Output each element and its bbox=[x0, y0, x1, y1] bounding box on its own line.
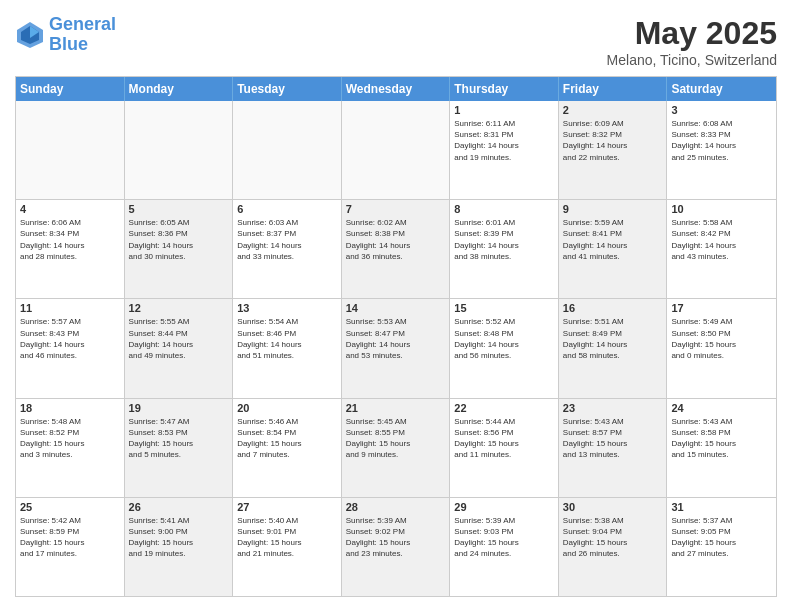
day-cell-6: 6Sunrise: 6:03 AMSunset: 8:37 PMDaylight… bbox=[233, 200, 342, 298]
day-number: 20 bbox=[237, 402, 337, 414]
logo-line2: Blue bbox=[49, 34, 88, 54]
day-cell-21: 21Sunrise: 5:45 AMSunset: 8:55 PMDayligh… bbox=[342, 399, 451, 497]
day-cell-13: 13Sunrise: 5:54 AMSunset: 8:46 PMDayligh… bbox=[233, 299, 342, 397]
day-info: Sunrise: 5:41 AMSunset: 9:00 PMDaylight:… bbox=[129, 515, 229, 560]
day-info: Sunrise: 5:38 AMSunset: 9:04 PMDaylight:… bbox=[563, 515, 663, 560]
day-cell-8: 8Sunrise: 6:01 AMSunset: 8:39 PMDaylight… bbox=[450, 200, 559, 298]
empty-cell bbox=[125, 101, 234, 199]
day-cell-16: 16Sunrise: 5:51 AMSunset: 8:49 PMDayligh… bbox=[559, 299, 668, 397]
day-cell-31: 31Sunrise: 5:37 AMSunset: 9:05 PMDayligh… bbox=[667, 498, 776, 596]
day-header-monday: Monday bbox=[125, 77, 234, 101]
calendar-week-0: 1Sunrise: 6:11 AMSunset: 8:31 PMDaylight… bbox=[16, 101, 776, 199]
day-number: 4 bbox=[20, 203, 120, 215]
page: General Blue May 2025 Melano, Ticino, Sw… bbox=[0, 0, 792, 612]
day-info: Sunrise: 5:40 AMSunset: 9:01 PMDaylight:… bbox=[237, 515, 337, 560]
day-info: Sunrise: 5:53 AMSunset: 8:47 PMDaylight:… bbox=[346, 316, 446, 361]
day-cell-27: 27Sunrise: 5:40 AMSunset: 9:01 PMDayligh… bbox=[233, 498, 342, 596]
day-number: 13 bbox=[237, 302, 337, 314]
day-cell-17: 17Sunrise: 5:49 AMSunset: 8:50 PMDayligh… bbox=[667, 299, 776, 397]
day-number: 8 bbox=[454, 203, 554, 215]
day-info: Sunrise: 6:03 AMSunset: 8:37 PMDaylight:… bbox=[237, 217, 337, 262]
day-cell-3: 3Sunrise: 6:08 AMSunset: 8:33 PMDaylight… bbox=[667, 101, 776, 199]
day-number: 7 bbox=[346, 203, 446, 215]
day-info: Sunrise: 5:48 AMSunset: 8:52 PMDaylight:… bbox=[20, 416, 120, 461]
day-cell-20: 20Sunrise: 5:46 AMSunset: 8:54 PMDayligh… bbox=[233, 399, 342, 497]
location: Melano, Ticino, Switzerland bbox=[607, 52, 777, 68]
day-header-wednesday: Wednesday bbox=[342, 77, 451, 101]
calendar-header: SundayMondayTuesdayWednesdayThursdayFrid… bbox=[16, 77, 776, 101]
day-cell-28: 28Sunrise: 5:39 AMSunset: 9:02 PMDayligh… bbox=[342, 498, 451, 596]
day-number: 15 bbox=[454, 302, 554, 314]
empty-cell bbox=[342, 101, 451, 199]
day-info: Sunrise: 5:52 AMSunset: 8:48 PMDaylight:… bbox=[454, 316, 554, 361]
day-number: 3 bbox=[671, 104, 772, 116]
day-header-friday: Friday bbox=[559, 77, 668, 101]
day-cell-30: 30Sunrise: 5:38 AMSunset: 9:04 PMDayligh… bbox=[559, 498, 668, 596]
day-info: Sunrise: 5:44 AMSunset: 8:56 PMDaylight:… bbox=[454, 416, 554, 461]
day-info: Sunrise: 6:09 AMSunset: 8:32 PMDaylight:… bbox=[563, 118, 663, 163]
day-number: 9 bbox=[563, 203, 663, 215]
header: General Blue May 2025 Melano, Ticino, Sw… bbox=[15, 15, 777, 68]
day-info: Sunrise: 6:11 AMSunset: 8:31 PMDaylight:… bbox=[454, 118, 554, 163]
day-number: 27 bbox=[237, 501, 337, 513]
day-info: Sunrise: 5:43 AMSunset: 8:58 PMDaylight:… bbox=[671, 416, 772, 461]
day-cell-14: 14Sunrise: 5:53 AMSunset: 8:47 PMDayligh… bbox=[342, 299, 451, 397]
day-info: Sunrise: 5:51 AMSunset: 8:49 PMDaylight:… bbox=[563, 316, 663, 361]
day-cell-29: 29Sunrise: 5:39 AMSunset: 9:03 PMDayligh… bbox=[450, 498, 559, 596]
day-cell-10: 10Sunrise: 5:58 AMSunset: 8:42 PMDayligh… bbox=[667, 200, 776, 298]
day-cell-26: 26Sunrise: 5:41 AMSunset: 9:00 PMDayligh… bbox=[125, 498, 234, 596]
logo: General Blue bbox=[15, 15, 116, 55]
day-cell-23: 23Sunrise: 5:43 AMSunset: 8:57 PMDayligh… bbox=[559, 399, 668, 497]
day-info: Sunrise: 5:55 AMSunset: 8:44 PMDaylight:… bbox=[129, 316, 229, 361]
day-info: Sunrise: 6:02 AMSunset: 8:38 PMDaylight:… bbox=[346, 217, 446, 262]
day-number: 23 bbox=[563, 402, 663, 414]
day-number: 5 bbox=[129, 203, 229, 215]
day-number: 22 bbox=[454, 402, 554, 414]
day-info: Sunrise: 5:39 AMSunset: 9:03 PMDaylight:… bbox=[454, 515, 554, 560]
day-info: Sunrise: 5:42 AMSunset: 8:59 PMDaylight:… bbox=[20, 515, 120, 560]
day-number: 19 bbox=[129, 402, 229, 414]
day-info: Sunrise: 5:46 AMSunset: 8:54 PMDaylight:… bbox=[237, 416, 337, 461]
day-info: Sunrise: 5:59 AMSunset: 8:41 PMDaylight:… bbox=[563, 217, 663, 262]
calendar-week-2: 11Sunrise: 5:57 AMSunset: 8:43 PMDayligh… bbox=[16, 298, 776, 397]
day-number: 21 bbox=[346, 402, 446, 414]
day-number: 14 bbox=[346, 302, 446, 314]
logo-line1: General bbox=[49, 14, 116, 34]
day-cell-9: 9Sunrise: 5:59 AMSunset: 8:41 PMDaylight… bbox=[559, 200, 668, 298]
calendar-body: 1Sunrise: 6:11 AMSunset: 8:31 PMDaylight… bbox=[16, 101, 776, 596]
day-number: 26 bbox=[129, 501, 229, 513]
day-cell-22: 22Sunrise: 5:44 AMSunset: 8:56 PMDayligh… bbox=[450, 399, 559, 497]
day-number: 2 bbox=[563, 104, 663, 116]
day-number: 25 bbox=[20, 501, 120, 513]
calendar-week-3: 18Sunrise: 5:48 AMSunset: 8:52 PMDayligh… bbox=[16, 398, 776, 497]
day-header-tuesday: Tuesday bbox=[233, 77, 342, 101]
day-number: 29 bbox=[454, 501, 554, 513]
day-cell-5: 5Sunrise: 6:05 AMSunset: 8:36 PMDaylight… bbox=[125, 200, 234, 298]
day-number: 24 bbox=[671, 402, 772, 414]
calendar-week-1: 4Sunrise: 6:06 AMSunset: 8:34 PMDaylight… bbox=[16, 199, 776, 298]
day-info: Sunrise: 5:49 AMSunset: 8:50 PMDaylight:… bbox=[671, 316, 772, 361]
day-number: 16 bbox=[563, 302, 663, 314]
title-block: May 2025 Melano, Ticino, Switzerland bbox=[607, 15, 777, 68]
day-cell-4: 4Sunrise: 6:06 AMSunset: 8:34 PMDaylight… bbox=[16, 200, 125, 298]
day-info: Sunrise: 5:47 AMSunset: 8:53 PMDaylight:… bbox=[129, 416, 229, 461]
day-number: 10 bbox=[671, 203, 772, 215]
day-info: Sunrise: 5:37 AMSunset: 9:05 PMDaylight:… bbox=[671, 515, 772, 560]
day-header-thursday: Thursday bbox=[450, 77, 559, 101]
day-info: Sunrise: 5:43 AMSunset: 8:57 PMDaylight:… bbox=[563, 416, 663, 461]
day-info: Sunrise: 5:45 AMSunset: 8:55 PMDaylight:… bbox=[346, 416, 446, 461]
day-cell-12: 12Sunrise: 5:55 AMSunset: 8:44 PMDayligh… bbox=[125, 299, 234, 397]
logo-icon bbox=[15, 20, 45, 50]
day-cell-25: 25Sunrise: 5:42 AMSunset: 8:59 PMDayligh… bbox=[16, 498, 125, 596]
day-number: 17 bbox=[671, 302, 772, 314]
day-number: 6 bbox=[237, 203, 337, 215]
day-info: Sunrise: 5:54 AMSunset: 8:46 PMDaylight:… bbox=[237, 316, 337, 361]
day-info: Sunrise: 6:01 AMSunset: 8:39 PMDaylight:… bbox=[454, 217, 554, 262]
day-number: 31 bbox=[671, 501, 772, 513]
day-info: Sunrise: 6:08 AMSunset: 8:33 PMDaylight:… bbox=[671, 118, 772, 163]
day-info: Sunrise: 5:58 AMSunset: 8:42 PMDaylight:… bbox=[671, 217, 772, 262]
empty-cell bbox=[233, 101, 342, 199]
day-info: Sunrise: 5:57 AMSunset: 8:43 PMDaylight:… bbox=[20, 316, 120, 361]
day-number: 28 bbox=[346, 501, 446, 513]
day-info: Sunrise: 6:05 AMSunset: 8:36 PMDaylight:… bbox=[129, 217, 229, 262]
